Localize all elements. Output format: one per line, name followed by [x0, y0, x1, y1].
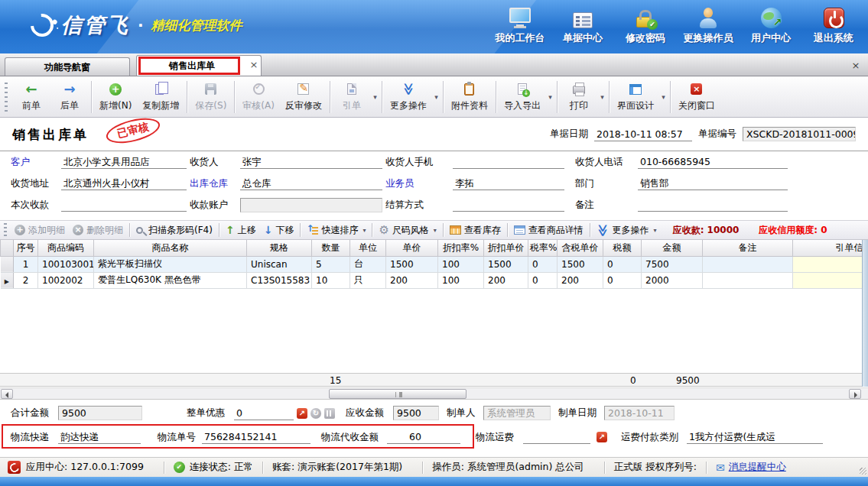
scroll-left-arrow[interactable]	[1, 389, 13, 399]
col-header[interactable]: 金额	[642, 240, 703, 256]
nav-my-workbench[interactable]: 我的工作台	[489, 5, 551, 45]
cell[interactable]: 200	[484, 272, 528, 288]
col-header[interactable]: 序号	[14, 240, 38, 256]
unaudit-button[interactable]: 反审修改	[280, 79, 327, 115]
col-header[interactable]: 单位	[350, 240, 386, 256]
cell[interactable]	[703, 272, 793, 288]
nav-user-center[interactable]: 用户中心	[740, 5, 802, 45]
cell[interactable]	[793, 256, 863, 272]
doc-date-field[interactable]: 2018-10-11 08:57	[594, 128, 692, 141]
col-header[interactable]: 单价	[386, 240, 438, 256]
ui-design-button[interactable]: 界面设计	[612, 79, 659, 115]
close-window-button[interactable]: 关闭窗口	[673, 79, 720, 115]
cell[interactable]: 0	[528, 272, 558, 288]
add-new-button[interactable]: 新增(N)	[94, 79, 137, 115]
freight-field[interactable]	[523, 430, 590, 444]
scan-barcode-button[interactable]: 扫描条形码(F4)	[132, 222, 216, 238]
tracking-no-field[interactable]: 756284152141	[202, 430, 310, 444]
settle-field[interactable]	[453, 198, 564, 212]
receiver-phone-field[interactable]: 010-66685945	[638, 155, 788, 169]
message-center-link[interactable]: 消息提醒中心	[729, 461, 786, 474]
move-down-button[interactable]: 下移	[260, 222, 298, 238]
attachments-button[interactable]: 附件资料	[446, 79, 493, 115]
import-export-button[interactable]: 导入导出	[499, 79, 546, 115]
receiver-mobile-field[interactable]	[453, 155, 564, 169]
col-header[interactable]: 引单信息	[793, 240, 863, 256]
scroll-right-arrow[interactable]	[849, 389, 861, 399]
col-header[interactable]: 规格	[247, 240, 312, 256]
remark-field[interactable]	[638, 198, 788, 212]
cell[interactable]: 1500	[484, 256, 528, 272]
cell[interactable]: 爱普生LQ630K 黑色色带	[94, 272, 247, 288]
col-header[interactable]: 数量	[312, 240, 350, 256]
cell[interactable]: 100	[438, 256, 484, 272]
cell[interactable]: 台	[350, 256, 386, 272]
salesman-field[interactable]: 李拓	[453, 177, 564, 190]
dropdown-arrow-icon[interactable]	[432, 79, 441, 115]
col-header[interactable]: 税率%	[528, 240, 558, 256]
col-header[interactable]: 折扣单价	[484, 240, 528, 256]
vertical-scrollbar[interactable]	[862, 240, 868, 387]
cell[interactable]: 紫光平板扫描仪	[94, 256, 247, 272]
toolbar-grip[interactable]	[5, 83, 8, 112]
warehouse-field[interactable]: 总仓库	[240, 177, 382, 190]
payment-field[interactable]	[61, 198, 187, 212]
cell[interactable]: 10	[312, 272, 350, 288]
print-button[interactable]: 打印	[560, 79, 598, 115]
delete-line-button[interactable]: 删除明细	[69, 222, 127, 238]
col-header[interactable]: 商品名称	[94, 240, 247, 256]
customer-field[interactable]: 北京小学文具用品店	[61, 155, 187, 169]
save-button[interactable]: 保存(S)	[190, 79, 232, 115]
receiver-field[interactable]: 张宇	[240, 155, 382, 169]
more-actions-button[interactable]: 更多操作	[385, 79, 432, 115]
salesman-label[interactable]: 业务员	[385, 177, 453, 190]
warehouse-label[interactable]: 出库仓库	[190, 177, 240, 190]
cell[interactable]: 1	[14, 256, 38, 272]
cell[interactable]: 200	[386, 272, 438, 288]
nav-exit-system[interactable]: 退出系统	[802, 5, 865, 45]
row-selector[interactable]	[1, 256, 14, 272]
tab-sales-outbound[interactable]: 销售出库单	[136, 55, 262, 76]
cell[interactable]: 5	[312, 256, 350, 272]
nav-change-operator[interactable]: 更换操作员	[677, 5, 740, 45]
cell[interactable]: 100	[438, 272, 484, 288]
col-header[interactable]: 折扣率%	[438, 240, 484, 256]
tab-function-navigator[interactable]: 功能导航窗	[5, 57, 130, 76]
tabbar-close-icon[interactable]	[850, 60, 862, 72]
reference-doc-button[interactable]: 引单	[333, 79, 371, 115]
cell[interactable]: 0	[603, 256, 642, 272]
add-line-button[interactable]: 添加明细	[11, 222, 69, 238]
cell[interactable]	[793, 272, 863, 288]
audit-button[interactable]: 审核(A)	[237, 79, 280, 115]
cell[interactable]: 1500	[386, 256, 438, 272]
discount-tool-icon[interactable]	[324, 408, 335, 419]
next-doc-button[interactable]: 后单	[50, 79, 89, 115]
cell[interactable]: 0	[528, 256, 558, 272]
toolbar-grip[interactable]	[4, 223, 7, 237]
apply-discount-icon[interactable]	[297, 408, 307, 419]
cod-amount-field[interactable]: 60	[387, 430, 460, 444]
cell[interactable]: 7500	[642, 256, 703, 272]
quick-sort-button[interactable]: 快速排序	[303, 222, 369, 238]
cell[interactable]: Uniscan	[247, 256, 312, 272]
freight-type-field[interactable]: 1我方付运费(生成运	[687, 430, 823, 444]
nav-change-password[interactable]: 修改密码	[614, 5, 677, 45]
scrollbar-thumb[interactable]	[329, 389, 467, 399]
nav-document-center[interactable]: 单据中心	[551, 5, 614, 45]
horizontal-scrollbar[interactable]	[0, 387, 868, 400]
cell[interactable]: 0	[603, 272, 642, 288]
address-field[interactable]: 北京通州火县小仪村	[61, 177, 187, 190]
cell[interactable]: 1002002	[38, 272, 94, 288]
detail-more-actions-button[interactable]: 更多操作	[593, 222, 661, 238]
col-header[interactable]: 含税单价	[558, 240, 603, 256]
freight-tool-icon[interactable]	[597, 432, 607, 442]
dropdown-arrow-icon[interactable]	[371, 79, 379, 115]
order-discount-field[interactable]: 0	[234, 407, 294, 420]
cell[interactable]: 200	[558, 272, 603, 288]
cell[interactable]: 只	[350, 272, 386, 288]
dropdown-arrow-icon[interactable]	[659, 79, 668, 115]
copy-new-button[interactable]: 复制新增	[137, 79, 184, 115]
cell[interactable]: 100103001	[38, 256, 94, 272]
view-stock-button[interactable]: 查看库存	[446, 222, 505, 238]
col-header[interactable]: 备注	[703, 240, 793, 256]
